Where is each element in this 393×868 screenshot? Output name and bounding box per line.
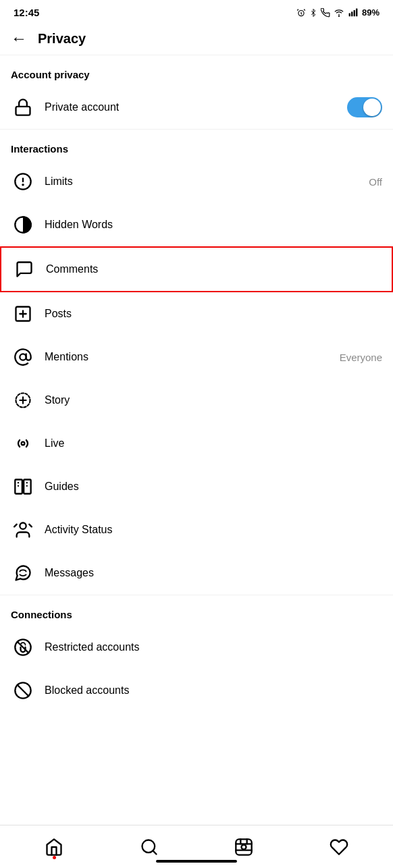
messages-label: Messages (45, 567, 382, 579)
guides-label: Guides (45, 481, 382, 493)
menu-item-comments[interactable]: Comments (0, 246, 393, 292)
restricted-icon (11, 635, 35, 659)
status-time: 12:45 (14, 7, 39, 18)
home-icon (45, 838, 63, 857)
heart-icon (330, 838, 348, 857)
menu-item-live[interactable]: Live (0, 422, 393, 465)
bottom-indicator (156, 860, 237, 863)
restricted-accounts-label: Restricted accounts (45, 641, 382, 653)
activity-status-icon (11, 518, 35, 542)
messages-icon (11, 561, 35, 585)
svg-rect-34 (236, 839, 252, 855)
hidden-words-label: Hidden Words (45, 219, 382, 231)
menu-item-private-account[interactable]: Private account (0, 86, 393, 129)
content: Account privacy Private account Interact… (0, 55, 393, 759)
svg-point-25 (20, 523, 26, 529)
blocked-accounts-label: Blocked accounts (45, 684, 382, 697)
posts-icon (11, 302, 35, 326)
mentions-label: Mentions (45, 351, 334, 363)
svg-point-14 (20, 354, 26, 360)
private-account-toggle[interactable] (347, 97, 382, 117)
reels-icon (234, 838, 253, 857)
svg-point-1 (338, 16, 339, 16)
svg-point-35 (242, 844, 246, 849)
svg-rect-5 (356, 8, 357, 16)
nav-item-home[interactable] (31, 834, 77, 861)
guides-icon (11, 474, 35, 499)
svg-line-31 (18, 685, 28, 696)
svg-line-29 (18, 642, 28, 653)
nav-item-activity[interactable] (316, 834, 362, 861)
back-button[interactable]: ← (11, 29, 27, 48)
menu-item-limits[interactable]: Limits Off (0, 160, 393, 203)
nav-item-reels[interactable] (221, 834, 267, 861)
status-icons: 89% (296, 7, 379, 18)
toggle-knob (363, 99, 381, 116)
limits-label: Limits (45, 175, 363, 188)
svg-rect-6 (16, 107, 30, 115)
menu-item-blocked-accounts[interactable]: Blocked accounts (0, 669, 393, 712)
svg-rect-19 (15, 480, 22, 494)
menu-item-story[interactable]: Story (0, 379, 393, 422)
live-label: Live (45, 437, 382, 450)
menu-item-activity-status[interactable]: Activity Status (0, 508, 393, 551)
limits-value: Off (369, 176, 382, 188)
hidden-words-icon (11, 213, 35, 237)
story-label: Story (45, 394, 382, 406)
svg-line-33 (153, 850, 156, 854)
mentions-value: Everyone (340, 352, 382, 363)
menu-item-guides[interactable]: Guides (0, 465, 393, 508)
home-dot (53, 856, 56, 859)
menu-item-mentions[interactable]: Mentions Everyone (0, 335, 393, 379)
svg-rect-4 (354, 9, 355, 16)
limits-icon (11, 169, 35, 194)
section-connections: Connections (0, 595, 393, 626)
comment-icon (12, 257, 36, 281)
posts-label: Posts (45, 308, 382, 320)
live-icon (11, 431, 35, 456)
comments-label: Comments (46, 263, 381, 275)
menu-item-messages[interactable]: Messages (0, 551, 393, 595)
header: ← Privacy (0, 22, 393, 55)
battery-text: 89% (362, 7, 379, 18)
private-account-label: Private account (45, 101, 347, 113)
section-interactions: Interactions (0, 130, 393, 160)
mentions-icon (11, 345, 35, 369)
svg-rect-3 (351, 11, 352, 16)
svg-rect-2 (349, 13, 350, 16)
page-title: Privacy (38, 31, 86, 47)
svg-line-26 (14, 524, 17, 527)
svg-point-18 (22, 442, 25, 445)
menu-item-posts[interactable]: Posts (0, 292, 393, 335)
activity-status-label: Activity Status (45, 524, 382, 536)
svg-rect-20 (24, 480, 30, 494)
menu-item-hidden-words[interactable]: Hidden Words (0, 203, 393, 246)
menu-item-restricted-accounts[interactable]: Restricted accounts (0, 626, 393, 669)
status-bar: 12:45 89% (0, 0, 393, 22)
svg-line-27 (29, 524, 32, 527)
bottom-indicator-container (0, 860, 393, 865)
blocked-icon (11, 678, 35, 703)
lock-icon (11, 95, 35, 119)
search-icon (140, 838, 159, 857)
section-account-privacy: Account privacy (0, 55, 393, 86)
nav-item-search[interactable] (126, 834, 172, 861)
story-icon (11, 388, 35, 412)
